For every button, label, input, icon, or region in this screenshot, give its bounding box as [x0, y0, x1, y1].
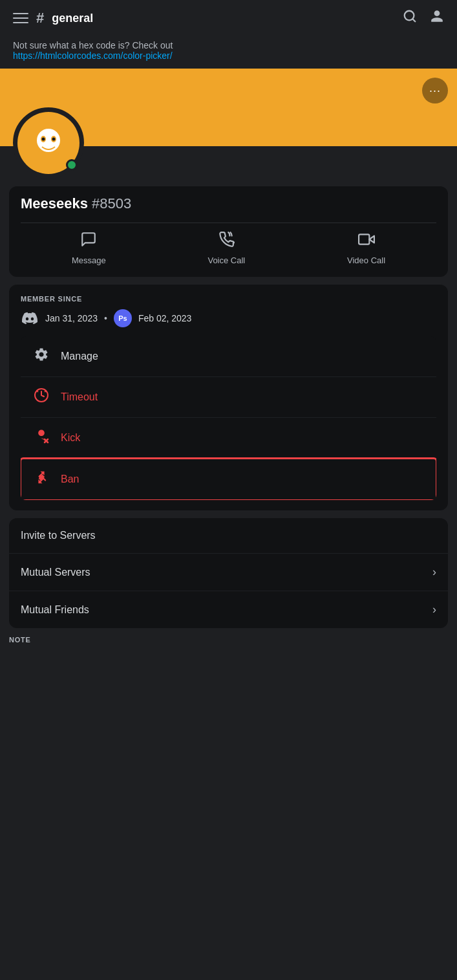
manage-label: Manage: [61, 351, 98, 362]
top-bar-right: [403, 9, 444, 27]
discord-join-date: Jan 31, 2023: [45, 313, 98, 323]
actions-row: Message Voice Call Video Call: [21, 231, 436, 265]
mutual-servers-item[interactable]: Mutual Servers ›: [9, 554, 448, 591]
channel-name: general: [52, 12, 93, 25]
invite-to-servers-item[interactable]: Invite to Servers: [9, 518, 448, 554]
kick-icon: [32, 428, 50, 448]
preview-text: Not sure what a hex code is? Check out: [13, 40, 444, 50]
svg-line-1: [412, 19, 415, 21]
timeout-item[interactable]: Timeout: [21, 377, 436, 418]
search-icon[interactable]: [403, 9, 417, 27]
svg-line-12: [45, 391, 46, 391]
svg-point-5: [42, 138, 45, 141]
ban-label: Ban: [61, 474, 79, 485]
note-label: NOTE: [9, 636, 448, 644]
mutual-servers-chevron-icon: ›: [432, 565, 436, 579]
message-preview: Not sure what a hex code is? Check out h…: [0, 36, 457, 69]
avatar-ring: [13, 107, 84, 179]
mod-actions-card: Manage Timeout Kick: [21, 336, 436, 500]
mutual-friends-chevron-icon: ›: [432, 603, 436, 616]
user-icon[interactable]: [430, 9, 444, 27]
message-label: Message: [72, 256, 106, 265]
top-bar: # general: [0, 0, 457, 36]
video-call-icon: [358, 231, 375, 252]
avatar-area: [0, 107, 457, 179]
links-card: Invite to Servers Mutual Servers › Mutua…: [9, 518, 448, 628]
message-action[interactable]: Message: [72, 231, 106, 265]
username-tag: #8503: [92, 195, 131, 212]
status-dot: [66, 159, 78, 171]
svg-line-11: [37, 391, 37, 391]
timeout-icon: [32, 387, 50, 407]
kick-label: Kick: [61, 432, 80, 444]
svg-marker-8: [369, 236, 374, 243]
ban-item[interactable]: Ban: [21, 459, 436, 500]
video-call-label: Video Call: [347, 256, 385, 265]
message-icon: [80, 231, 97, 252]
info-card: MEMBER SINCE Jan 31, 2023 • Ps Feb 02, 2…: [9, 285, 448, 510]
hash-icon: #: [36, 10, 44, 27]
hamburger-icon[interactable]: [13, 13, 28, 23]
more-button[interactable]: ···: [422, 78, 448, 103]
discord-badge: [21, 309, 39, 327]
member-since-row: Jan 31, 2023 • Ps Feb 02, 2023: [21, 309, 436, 327]
mutual-friends-label: Mutual Friends: [21, 604, 89, 616]
server-badge: Ps: [114, 309, 132, 327]
video-call-action[interactable]: Video Call: [347, 231, 385, 265]
kick-item[interactable]: Kick: [21, 418, 436, 459]
manage-icon: [32, 347, 50, 366]
username: Meeseeks: [21, 195, 88, 212]
mutual-servers-label: Mutual Servers: [21, 567, 90, 578]
invite-to-servers-label: Invite to Servers: [21, 530, 96, 541]
manage-item[interactable]: Manage: [21, 336, 436, 377]
preview-link[interactable]: https://htmlcolorcodes.com/color-picker/: [13, 50, 444, 61]
timeout-label: Timeout: [61, 391, 98, 403]
member-since-label: MEMBER SINCE: [21, 295, 436, 303]
more-dots-icon: ···: [429, 84, 441, 98]
mutual-friends-item[interactable]: Mutual Friends ›: [9, 591, 448, 628]
top-bar-left: # general: [13, 10, 93, 27]
svg-point-6: [52, 138, 56, 141]
server-join-date: Feb 02, 2023: [138, 313, 192, 323]
voice-call-label: Voice Call: [207, 256, 245, 265]
voice-call-action[interactable]: Voice Call: [207, 231, 245, 265]
dot-separator: •: [104, 313, 107, 323]
svg-rect-9: [359, 234, 369, 244]
profile-card: Meeseeks #8503 Message Voice Call: [9, 186, 448, 277]
voice-call-icon: [218, 231, 235, 252]
divider: [21, 223, 436, 223]
username-line: Meeseeks #8503: [21, 195, 436, 212]
note-section: NOTE: [9, 636, 448, 644]
ban-icon: [32, 469, 50, 490]
